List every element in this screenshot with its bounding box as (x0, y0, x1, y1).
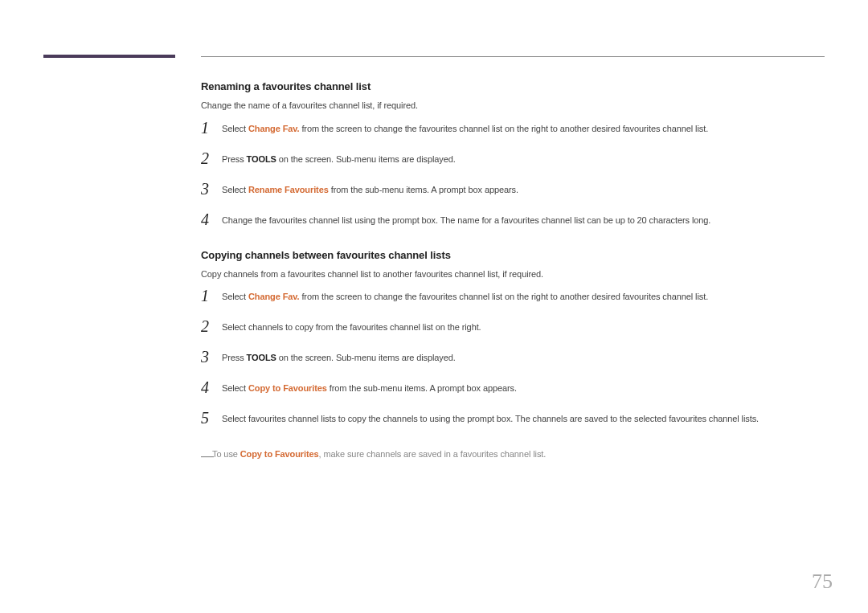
step-number: 4 (201, 211, 222, 227)
step-text: Change the favourites channel list using… (222, 214, 825, 227)
section-intro-rename: Change the name of a favourites channel … (201, 99, 825, 112)
step-text: Select Rename Favourites from the sub-me… (222, 183, 825, 197)
accent-bar (43, 55, 175, 58)
step-number: 3 (201, 349, 222, 365)
step-number: 1 (201, 288, 222, 304)
step-item: 3 Press TOOLS on the screen. Sub-menu it… (201, 351, 825, 367)
page-content: Renaming a favourites channel list Chang… (201, 80, 825, 462)
highlight: TOOLS (247, 154, 276, 164)
step-item: 1 Select Change Fav. from the screen to … (201, 122, 825, 138)
step-text: Select favourites channel lists to copy … (222, 412, 825, 426)
step-item: 2 Select channels to copy from the favou… (201, 321, 825, 337)
footnote: ― To use Copy to Favourites, make sure c… (201, 447, 825, 462)
steps-copy: 1 Select Change Fav. from the screen to … (201, 290, 825, 428)
step-text: Select channels to copy from the favouri… (222, 321, 825, 334)
step-item: 2 Press TOOLS on the screen. Sub-menu it… (201, 153, 825, 169)
step-number: 4 (201, 379, 222, 395)
highlight: TOOLS (247, 353, 276, 362)
step-number: 1 (201, 120, 222, 136)
highlight: Copy to Favourites (240, 449, 319, 459)
step-item: 1 Select Change Fav. from the screen to … (201, 290, 825, 306)
highlight: Rename Favourites (248, 185, 329, 194)
step-text: Select Change Fav. from the screen to ch… (222, 122, 825, 136)
step-item: 5 Select favourites channel lists to cop… (201, 412, 825, 428)
highlight: Change Fav. (248, 292, 300, 301)
step-number: 5 (201, 410, 222, 426)
step-text: Select Copy to Favourites from the sub-m… (222, 382, 825, 395)
step-number: 2 (201, 150, 222, 166)
section-heading-copy: Copying channels between favourites chan… (201, 249, 825, 261)
step-number: 3 (201, 181, 222, 197)
step-item: 4 Select Copy to Favourites from the sub… (201, 382, 825, 398)
step-item: 4 Change the favourites channel list usi… (201, 214, 825, 230)
step-number: 2 (201, 318, 222, 334)
dash-icon: ― (201, 446, 214, 467)
highlight: Copy to Favourites (248, 383, 327, 393)
step-text: Select Change Fav. from the screen to ch… (222, 290, 825, 304)
step-item: 3 Select Rename Favourites from the sub-… (201, 183, 825, 199)
section-heading-rename: Renaming a favourites channel list (201, 80, 825, 92)
highlight: Change Fav. (248, 124, 300, 133)
step-text: Press TOOLS on the screen. Sub-menu item… (222, 351, 825, 365)
page-number: 75 (812, 570, 833, 594)
step-text: Press TOOLS on the screen. Sub-menu item… (222, 153, 825, 166)
steps-rename: 1 Select Change Fav. from the screen to … (201, 122, 825, 230)
section-intro-copy: Copy channels from a favourites channel … (201, 268, 825, 281)
horizontal-rule (201, 56, 825, 57)
